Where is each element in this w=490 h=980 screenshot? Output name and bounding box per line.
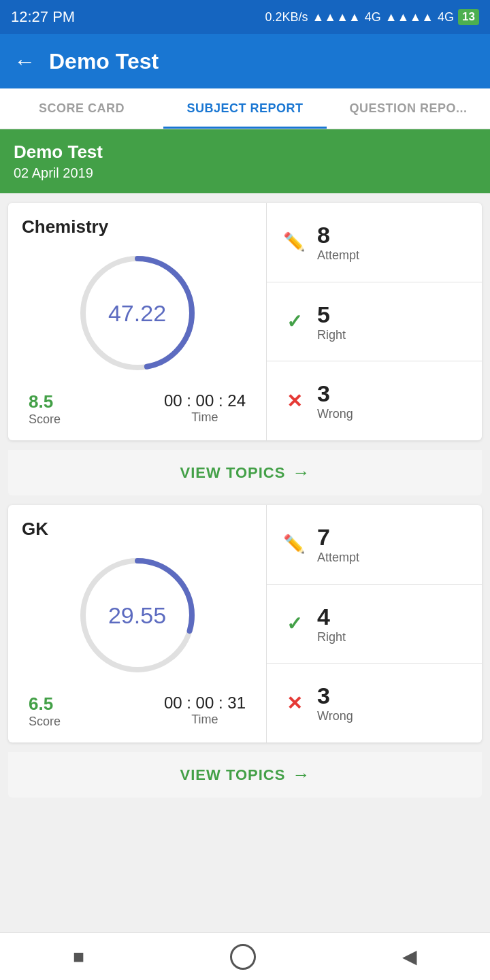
- card-inner-gk: GK 29.55 6.5 Score: [8, 505, 482, 742]
- header-title: Demo Test: [49, 49, 159, 74]
- nav-square-button[interactable]: ■: [73, 946, 84, 968]
- attempt-num-chemistry: 8: [317, 222, 359, 248]
- cross-icon-gk: ✕: [280, 689, 308, 717]
- stat-row-wrong-gk: ✕ 3 Wrong: [267, 664, 482, 742]
- time-value-chemistry: 00 : 00 : 24: [164, 391, 246, 410]
- card-left-gk: GK 29.55 6.5 Score: [8, 505, 267, 742]
- card-left-chemistry: Chemistry 47.22 8.5: [8, 203, 267, 440]
- circle-value-gk: 29.55: [108, 602, 166, 629]
- stat-row-attempt-gk: ✏️ 7 Attempt: [267, 505, 482, 585]
- card-bottom-chemistry: 8.5 Score 00 : 00 : 24 Time: [22, 391, 252, 427]
- signal-icon: ▲▲▲▲: [312, 10, 361, 24]
- wrong-num-gk: 3: [317, 683, 353, 709]
- network-type-1: 4G: [365, 10, 381, 24]
- subject-name-chemistry: Chemistry: [22, 216, 252, 238]
- card-right-gk: ✏️ 7 Attempt ✓ 4 Right ✕ 3: [267, 505, 482, 742]
- right-num-gk: 4: [317, 604, 346, 630]
- time-label-gk: Time: [164, 713, 246, 727]
- test-banner-date: 02 April 2019: [14, 165, 476, 181]
- view-topics-label-chemistry: VIEW TOPICS: [180, 464, 286, 482]
- wrong-label-chemistry: Wrong: [317, 407, 353, 421]
- circle-container-gk: 29.55: [22, 551, 252, 680]
- view-topics-gk[interactable]: VIEW TOPICS →: [8, 752, 482, 798]
- time-label-chemistry: Time: [164, 410, 246, 425]
- nav-home-button[interactable]: [230, 944, 256, 970]
- signal-icon-2: ▲▲▲▲: [385, 10, 434, 24]
- subject-name-gk: GK: [22, 519, 252, 540]
- stat-row-wrong-chemistry: ✕ 3 Wrong: [267, 361, 482, 440]
- test-banner: Demo Test 02 April 2019: [0, 129, 490, 193]
- nav-back-button[interactable]: ◀: [402, 945, 417, 968]
- tab-subject-report[interactable]: SUBJECT REPORT: [163, 88, 327, 129]
- score-value-gk: 6.5: [29, 693, 61, 715]
- stat-info-right-gk: 4 Right: [317, 604, 346, 644]
- stat-row-attempt-chemistry: ✏️ 8 Attempt: [267, 203, 482, 282]
- attempt-label-gk: Attempt: [317, 551, 359, 565]
- view-topics-chemistry[interactable]: VIEW TOPICS →: [8, 450, 482, 495]
- subject-card-chemistry: Chemistry 47.22 8.5: [8, 203, 482, 440]
- home-icon: [230, 944, 256, 970]
- pencil-icon-chemistry: ✏️: [280, 229, 308, 256]
- score-label-gk: Score: [29, 715, 61, 729]
- time-section-chemistry: 00 : 00 : 24 Time: [164, 391, 246, 425]
- right-label-chemistry: Right: [317, 328, 346, 342]
- stat-info-attempt-gk: 7 Attempt: [317, 524, 359, 565]
- circle-container-chemistry: 47.22: [22, 248, 252, 378]
- card-bottom-gk: 6.5 Score 00 : 00 : 31 Time: [22, 693, 252, 729]
- tab-bar: SCORE CARD SUBJECT REPORT QUESTION REPO.…: [0, 88, 490, 129]
- card-right-chemistry: ✏️ 8 Attempt ✓ 5 Right ✕ 3: [267, 203, 482, 440]
- wrong-num-chemistry: 3: [317, 380, 353, 407]
- circle-value-chemistry: 47.22: [108, 300, 166, 327]
- stat-info-wrong-gk: 3 Wrong: [317, 683, 353, 723]
- square-icon: ■: [73, 946, 84, 968]
- card-inner-chemistry: Chemistry 47.22 8.5: [8, 203, 482, 440]
- subject-card-gk: GK 29.55 6.5 Score: [8, 505, 482, 742]
- network-type-2: 4G: [438, 10, 454, 24]
- time-section-gk: 00 : 00 : 31 Time: [164, 693, 246, 727]
- circle-wrap-chemistry: 47.22: [73, 248, 202, 378]
- content-area: Demo Test 02 April 2019 Chemistry 47.22: [0, 129, 490, 853]
- back-button[interactable]: ←: [14, 49, 35, 74]
- status-right: 0.2KB/s ▲▲▲▲ 4G ▲▲▲▲ 4G 13: [265, 9, 479, 25]
- check-icon-gk: ✓: [280, 610, 308, 638]
- stat-info-right-chemistry: 5 Right: [317, 301, 346, 342]
- stat-row-right-gk: ✓ 4 Right: [267, 585, 482, 664]
- stat-row-right-chemistry: ✓ 5 Right: [267, 282, 482, 362]
- tab-question-report[interactable]: QUESTION REPO...: [327, 88, 490, 129]
- right-label-gk: Right: [317, 630, 346, 644]
- pencil-icon-gk: ✏️: [280, 531, 308, 558]
- score-value-chemistry: 8.5: [29, 391, 61, 412]
- view-topics-label-gk: VIEW TOPICS: [180, 766, 286, 784]
- test-banner-name: Demo Test: [14, 142, 476, 163]
- status-bar: 12:27 PM 0.2KB/s ▲▲▲▲ 4G ▲▲▲▲ 4G 13: [0, 0, 490, 34]
- score-section-gk: 6.5 Score: [29, 693, 61, 729]
- app-header: ← Demo Test: [0, 34, 490, 88]
- tab-score-card[interactable]: SCORE CARD: [0, 88, 163, 129]
- stat-info-attempt-chemistry: 8 Attempt: [317, 222, 359, 263]
- arrow-right-gk: →: [292, 764, 310, 785]
- attempt-label-chemistry: Attempt: [317, 248, 359, 263]
- network-speed: 0.2KB/s: [265, 10, 308, 24]
- right-num-chemistry: 5: [317, 301, 346, 328]
- bottom-nav: ■ ◀: [0, 932, 490, 980]
- score-section-chemistry: 8.5 Score: [29, 391, 61, 427]
- battery-indicator: 13: [458, 9, 479, 25]
- attempt-num-gk: 7: [317, 524, 359, 551]
- circle-wrap-gk: 29.55: [73, 551, 202, 680]
- arrow-right-chemistry: →: [292, 462, 310, 483]
- check-icon-chemistry: ✓: [280, 308, 308, 336]
- time-value-gk: 00 : 00 : 31: [164, 693, 246, 713]
- wrong-label-gk: Wrong: [317, 709, 353, 723]
- score-label-chemistry: Score: [29, 412, 61, 427]
- stat-info-wrong-chemistry: 3 Wrong: [317, 380, 353, 421]
- back-icon: ◀: [402, 945, 417, 968]
- time: 12:27 PM: [11, 8, 75, 26]
- cross-icon-chemistry: ✕: [280, 387, 308, 414]
